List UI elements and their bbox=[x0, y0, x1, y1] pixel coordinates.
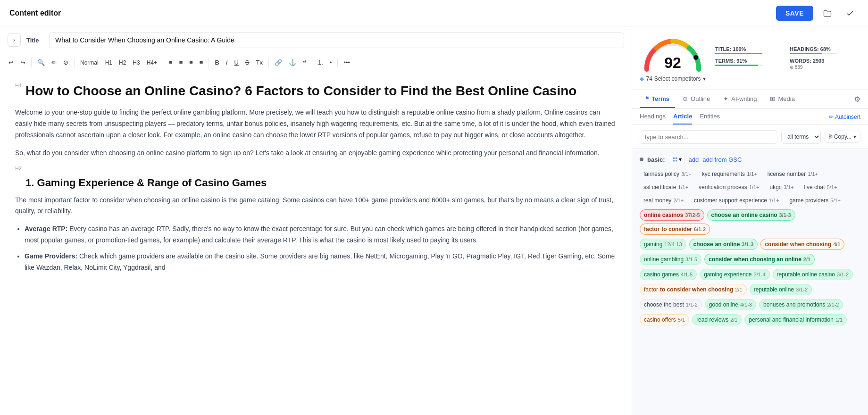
tag-casino-games[interactable]: casino games 4/1-5 bbox=[640, 269, 697, 280]
bold-button[interactable]: B bbox=[212, 57, 222, 68]
basic-dropdown[interactable]: ▾ bbox=[669, 155, 685, 164]
undo-button[interactable]: ↩ bbox=[6, 57, 17, 68]
tag-choose-online-casino[interactable]: choose an online casino 3/1-3 bbox=[707, 209, 795, 221]
bullet1-title: Average RTP: bbox=[25, 225, 67, 232]
highlight-button[interactable]: ✏ bbox=[49, 57, 59, 68]
sub-tab-entities[interactable]: Entities bbox=[700, 113, 720, 124]
toolbar-separator-1 bbox=[31, 58, 32, 67]
tag-gaming[interactable]: gaming 12/4-13 bbox=[640, 239, 686, 250]
title-input[interactable] bbox=[49, 32, 624, 48]
panel-tabs: ❝ Terms ⊙ Outline ✦ AI-writing ⊞ Media ⚙ bbox=[632, 90, 868, 109]
score-gauge: 92 bbox=[640, 34, 706, 72]
tag-choose-an-online[interactable]: choose an online 3/1-3 bbox=[689, 239, 758, 250]
format-h4[interactable]: H4+ bbox=[144, 58, 160, 68]
h1-section: H1 How to Choose an Online Casino? 6 Fac… bbox=[15, 83, 617, 107]
tag-reputable-online[interactable]: reputable online 3/1-2 bbox=[750, 284, 812, 295]
ordered-list-button[interactable]: 1. bbox=[315, 57, 326, 68]
tag-game-providers[interactable]: game providers 5/1+ bbox=[786, 195, 844, 206]
tag-consider-when-choosing[interactable]: consider when choosing 4/1 bbox=[760, 239, 844, 250]
tag-read-reviews[interactable]: read reviews 2/1 bbox=[692, 314, 742, 325]
tag-choose-the-best[interactable]: choose the best 1/1-2 bbox=[640, 299, 702, 310]
align-justify-button[interactable]: ≡ bbox=[197, 57, 206, 68]
anchor-button[interactable]: ⚓ bbox=[286, 57, 299, 68]
select-competitors[interactable]: ◆ 74 Select competitors ▾ bbox=[640, 75, 705, 82]
filter-select[interactable]: all terms bbox=[781, 130, 821, 144]
tab-outline[interactable]: ⊙ Outline bbox=[677, 91, 716, 108]
svg-rect-4 bbox=[676, 160, 677, 162]
copy-label: Copy... bbox=[834, 133, 851, 140]
align-left-button[interactable]: ≡ bbox=[166, 57, 175, 68]
toolbar-separator-3 bbox=[163, 58, 163, 67]
metric-words-label: WORDS: 2903 bbox=[790, 58, 860, 64]
copy-button[interactable]: ⎘ Copy... ▾ bbox=[825, 131, 860, 143]
filter-icon[interactable]: ⚙ bbox=[854, 90, 860, 108]
add-gsc-link[interactable]: add from GSC bbox=[702, 156, 742, 163]
score-metrics: TITLE: 100% HEADINGS: 68% TERMS: 91% bbox=[715, 46, 860, 70]
tag-kyc[interactable]: kyc requirements 1/1+ bbox=[698, 169, 761, 179]
article-h1: How to Choose an Online Casino? 6 Factor… bbox=[25, 83, 576, 100]
tag-personal-financial-info[interactable]: personal and financial information 1/1 bbox=[744, 314, 847, 325]
sub-tab-headings[interactable]: Headings bbox=[640, 113, 666, 124]
tag-ukgc[interactable]: ukgc 3/1+ bbox=[766, 182, 798, 192]
toolbar-separator-6 bbox=[312, 58, 312, 67]
tag-customer-support[interactable]: customer support experience 1/1+ bbox=[690, 195, 783, 206]
tag-fairness-policy[interactable]: fairness policy 3/1+ bbox=[640, 169, 695, 179]
h2-section: H2 1. Gaming Experience & Range of Casin… bbox=[15, 166, 617, 195]
tag-factor-consider-when-choosing[interactable]: factor to consider when choosing 2/1 bbox=[640, 284, 747, 295]
more-options-button[interactable]: ••• bbox=[341, 57, 353, 68]
format-h3[interactable]: H3 bbox=[130, 58, 142, 68]
plain-tags-section: fairness policy 3/1+ kyc requirements 1/… bbox=[640, 169, 860, 206]
align-right-button[interactable]: ≡ bbox=[186, 57, 196, 68]
tag-license[interactable]: license number 1/1+ bbox=[764, 169, 822, 179]
autoinsert-button[interactable]: ✏ Autoinsert bbox=[829, 113, 860, 124]
strikethrough-button[interactable]: S bbox=[242, 57, 252, 68]
tag-live-chat[interactable]: live chat 5/1+ bbox=[801, 182, 841, 192]
tag-factor-to-consider[interactable]: factor to consider 6/1-2 bbox=[640, 224, 710, 235]
colored-tags-row4: casino games 4/1-5 gaming experience 3/1… bbox=[640, 269, 860, 280]
tag-verification[interactable]: verification process 1/1+ bbox=[695, 182, 763, 192]
clear-format-button[interactable]: Tx bbox=[253, 57, 266, 68]
tag-casino-offers[interactable]: casino offers 5/1 bbox=[640, 314, 689, 325]
sub-tab-article[interactable]: Article bbox=[673, 113, 692, 124]
check-icon[interactable] bbox=[842, 5, 859, 22]
sidebar-toggle[interactable]: › bbox=[8, 33, 21, 47]
add-link[interactable]: add bbox=[689, 156, 699, 163]
tag-online-gambling[interactable]: online gambling 3/1-5 bbox=[640, 254, 701, 265]
format-h1[interactable]: H1 bbox=[102, 58, 115, 68]
score-number: 92 bbox=[664, 54, 681, 72]
article-para1: Welcome to your one-stop guide to findin… bbox=[15, 107, 617, 141]
search-button[interactable]: 🔍 bbox=[34, 57, 48, 68]
tag-reputable-online-casino[interactable]: reputable online casino 3/1-2 bbox=[773, 269, 853, 280]
tab-ai-writing[interactable]: ✦ AI-writing bbox=[718, 91, 762, 108]
ai-icon: ✦ bbox=[723, 95, 728, 102]
basic-dot bbox=[640, 158, 643, 161]
redo-button[interactable]: ↪ bbox=[17, 57, 28, 68]
format-h2[interactable]: H2 bbox=[116, 58, 129, 68]
folder-icon[interactable] bbox=[819, 5, 836, 22]
tag-consider-when-choosing-online[interactable]: consider when choosing an online 2/1 bbox=[704, 254, 815, 265]
tag-bonuses-promotions[interactable]: bonuses and promotions 2/1-2 bbox=[759, 299, 843, 310]
tab-terms[interactable]: ❝ Terms bbox=[640, 91, 675, 108]
terms-search-input[interactable] bbox=[640, 130, 777, 144]
quote-button[interactable]: ❝ bbox=[300, 57, 309, 68]
italic-button[interactable]: I bbox=[223, 57, 231, 68]
save-button[interactable]: SAVE bbox=[776, 6, 813, 21]
tab-media[interactable]: ⊞ Media bbox=[764, 91, 800, 108]
svg-rect-2 bbox=[676, 158, 677, 159]
align-center-button[interactable]: ≡ bbox=[176, 57, 186, 68]
tag-real-money[interactable]: real money 2/1+ bbox=[640, 195, 687, 206]
unordered-list-button[interactable]: • bbox=[327, 57, 335, 68]
tag-good-online[interactable]: good online 4/1-3 bbox=[705, 299, 756, 310]
title-label: Title bbox=[26, 37, 43, 44]
tag-ssl[interactable]: ssl certificate 1/1+ bbox=[640, 182, 692, 192]
colored-tags-row2: gaming 12/4-13 choose an online 3/1-3 co… bbox=[640, 239, 860, 250]
tag-online-casinos[interactable]: online casinos 37/2-5 bbox=[640, 209, 704, 221]
link-button[interactable]: 🔗 bbox=[272, 57, 285, 68]
format-normal[interactable]: Normal bbox=[77, 58, 101, 68]
underline-button[interactable]: U bbox=[231, 57, 241, 68]
colored-tags-row1: online casinos 37/2-5 choose an online c… bbox=[640, 209, 860, 235]
copy-icon: ⎘ bbox=[829, 133, 832, 140]
link-clear-button[interactable]: ⊘ bbox=[60, 57, 71, 68]
tag-gaming-experience[interactable]: gaming experience 3/1-4 bbox=[700, 269, 769, 280]
topbar-right: SAVE bbox=[776, 5, 859, 22]
